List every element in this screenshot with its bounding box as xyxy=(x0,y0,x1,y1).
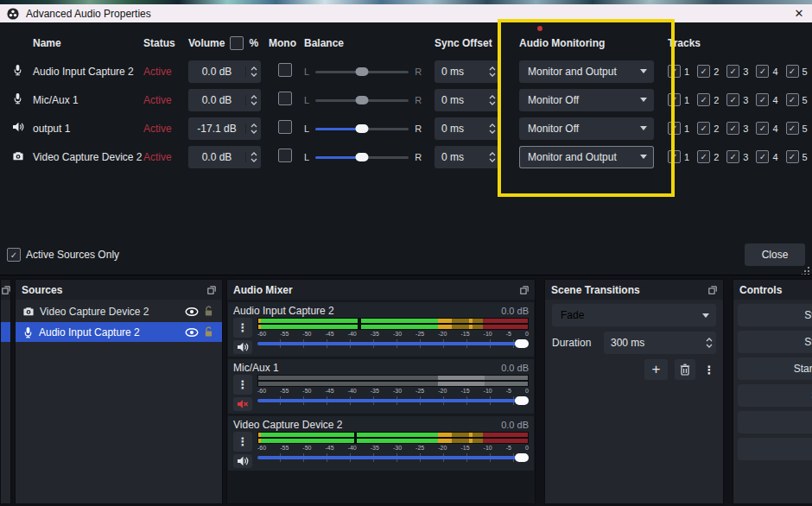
popout-icon[interactable] xyxy=(2,286,10,294)
add-transition-button[interactable]: + xyxy=(644,359,668,380)
track-checkbox[interactable]: ✓ xyxy=(786,150,799,163)
lock-icon[interactable] xyxy=(204,306,213,317)
track-toggle[interactable]: ✓3 xyxy=(726,150,748,163)
track-toggle[interactable]: ✓2 xyxy=(697,65,719,78)
close-button[interactable]: Close xyxy=(745,244,805,266)
eye-icon[interactable] xyxy=(185,328,199,337)
track-toggle[interactable]: ✓4 xyxy=(756,65,777,78)
popout-icon[interactable] xyxy=(520,286,529,294)
track-toggle[interactable]: ✓3 xyxy=(726,93,748,106)
track-checkbox[interactable]: ✓ xyxy=(668,150,681,163)
control-button[interactable]: Start Streaming xyxy=(738,304,812,326)
mixer-options-button[interactable]: ⋮ xyxy=(233,375,252,395)
mixer-options-button[interactable]: ⋮ xyxy=(233,318,252,338)
mute-button[interactable] xyxy=(233,454,252,468)
track-checkbox[interactable]: ✓ xyxy=(786,122,799,135)
volume-slider-handle[interactable] xyxy=(515,396,529,405)
track-checkbox[interactable]: ✓ xyxy=(756,122,769,135)
track-toggle[interactable]: ✓5 xyxy=(786,150,808,163)
spinner-arrows[interactable] xyxy=(485,95,499,105)
track-toggle[interactable]: ✓5 xyxy=(786,93,808,106)
popout-icon[interactable] xyxy=(708,286,717,294)
control-button[interactable] xyxy=(738,438,812,460)
track-toggle[interactable]: ✓2 xyxy=(697,93,719,106)
audio-monitoring-select[interactable]: Monitor Off xyxy=(519,89,654,111)
volume-slider-handle[interactable] xyxy=(515,453,529,462)
track-checkbox[interactable]: ✓ xyxy=(786,93,799,106)
spinner-arrows[interactable] xyxy=(245,152,261,162)
track-toggle[interactable]: ✓1 xyxy=(668,93,689,106)
balance-slider-handle[interactable] xyxy=(356,153,369,161)
spinner-arrows[interactable] xyxy=(245,123,261,134)
popout-icon[interactable] xyxy=(207,286,216,294)
resize-grip[interactable] xyxy=(802,267,809,275)
mono-checkbox[interactable] xyxy=(278,120,292,134)
track-toggle[interactable]: ✓4 xyxy=(756,93,777,106)
track-toggle[interactable]: ✓3 xyxy=(726,122,748,135)
remove-transition-button[interactable] xyxy=(675,359,695,380)
balance-slider-handle[interactable] xyxy=(356,67,369,76)
source-list-item[interactable]: Video Capture Device 2 xyxy=(16,301,222,321)
track-toggle[interactable]: ✓1 xyxy=(668,150,689,163)
volume-slider[interactable] xyxy=(257,395,529,408)
duration-input[interactable]: 300 ms xyxy=(604,332,716,354)
track-toggle[interactable]: ✓2 xyxy=(697,150,719,163)
active-sources-only-checkbox[interactable]: ✓ xyxy=(7,248,21,262)
mute-button[interactable] xyxy=(233,397,252,411)
mono-checkbox[interactable] xyxy=(278,92,292,105)
audio-monitoring-select[interactable]: Monitor and Output xyxy=(519,146,654,168)
balance-slider[interactable] xyxy=(315,124,409,133)
control-button[interactable] xyxy=(738,411,812,433)
track-checkbox[interactable]: ✓ xyxy=(697,122,710,135)
scene-selected-fragment[interactable] xyxy=(1,322,10,342)
track-toggle[interactable]: ✓3 xyxy=(726,65,748,78)
sync-offset-input[interactable]: 0 ms xyxy=(435,89,499,111)
track-toggle[interactable]: ✓5 xyxy=(786,122,808,135)
balance-slider[interactable] xyxy=(315,67,409,76)
track-toggle[interactable]: ✓4 xyxy=(756,150,777,163)
volume-percent-checkbox[interactable] xyxy=(230,36,244,50)
volume-slider-handle[interactable] xyxy=(515,339,529,348)
close-icon[interactable]: ✕ xyxy=(786,7,812,20)
track-toggle[interactable]: ✓4 xyxy=(756,122,777,135)
active-sources-only-toggle[interactable]: ✓ Active Sources Only xyxy=(7,248,119,262)
track-checkbox[interactable]: ✓ xyxy=(756,93,769,106)
spinner-arrows[interactable] xyxy=(245,95,261,105)
volume-slider[interactable] xyxy=(257,338,529,351)
sync-offset-input[interactable]: 0 ms xyxy=(435,146,499,168)
track-checkbox[interactable]: ✓ xyxy=(697,150,710,163)
volume-input[interactable]: 0.0 dB xyxy=(188,146,261,168)
balance-slider-handle[interactable] xyxy=(356,96,369,104)
track-toggle[interactable]: ✓1 xyxy=(668,65,689,78)
track-checkbox[interactable]: ✓ xyxy=(697,93,710,106)
mono-checkbox[interactable] xyxy=(278,63,292,77)
track-checkbox[interactable]: ✓ xyxy=(756,65,769,78)
audio-monitoring-select[interactable]: Monitor and Output xyxy=(519,60,654,83)
spinner-arrows[interactable] xyxy=(485,123,499,134)
spinner-arrows[interactable] xyxy=(485,152,499,162)
volume-input[interactable]: 0.0 dB xyxy=(188,89,261,111)
transition-select[interactable]: Fade xyxy=(552,304,716,326)
track-checkbox[interactable]: ✓ xyxy=(697,65,710,78)
spinner-arrows[interactable] xyxy=(245,66,261,77)
track-checkbox[interactable]: ✓ xyxy=(756,150,769,163)
track-checkbox[interactable]: ✓ xyxy=(668,122,681,135)
transition-properties-button[interactable]: ⋮ xyxy=(702,359,716,380)
track-checkbox[interactable]: ✓ xyxy=(726,93,739,106)
control-button[interactable]: Studio Mode xyxy=(738,384,812,407)
track-toggle[interactable]: ✓1 xyxy=(668,122,689,135)
track-checkbox[interactable]: ✓ xyxy=(668,65,681,78)
eye-icon[interactable] xyxy=(185,307,199,316)
volume-slider[interactable] xyxy=(257,452,529,465)
track-checkbox[interactable]: ✓ xyxy=(668,93,681,106)
control-button[interactable]: Start Recording xyxy=(738,331,812,353)
track-toggle[interactable]: ✓5 xyxy=(786,65,808,78)
balance-slider[interactable] xyxy=(315,96,409,104)
volume-input[interactable]: -17.1 dB xyxy=(188,117,261,140)
track-toggle[interactable]: ✓2 xyxy=(697,122,719,135)
mute-button[interactable] xyxy=(233,340,252,354)
track-checkbox[interactable]: ✓ xyxy=(726,122,739,135)
volume-input[interactable]: 0.0 dB xyxy=(188,60,261,83)
control-button[interactable]: Start Virtual Camera xyxy=(738,357,812,380)
spinner-arrows[interactable] xyxy=(701,338,716,348)
